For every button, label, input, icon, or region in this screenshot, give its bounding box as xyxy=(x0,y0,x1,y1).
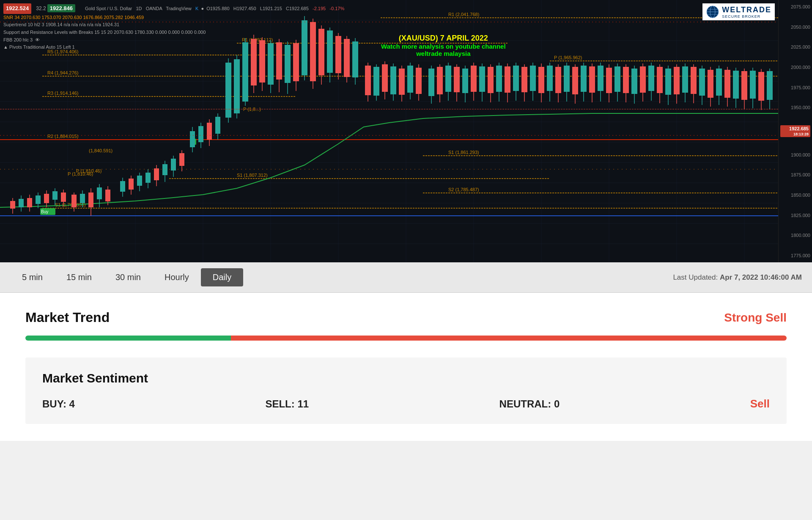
price-level-10: 1850.000 xyxy=(780,193,810,198)
tab-5min[interactable]: 5 min xyxy=(10,268,55,286)
svg-rect-85 xyxy=(154,168,159,180)
svg-rect-91 xyxy=(179,153,184,166)
svg-rect-176 xyxy=(538,67,544,93)
price-level-8: 1900.000 xyxy=(780,152,810,157)
svg-rect-226 xyxy=(750,71,756,99)
svg-rect-182 xyxy=(564,66,570,92)
tab-daily[interactable]: Daily xyxy=(201,268,243,286)
market-trend-title: Market Trend xyxy=(25,310,110,325)
svg-text:S2 (1,785.487): S2 (1,785.487) xyxy=(448,187,479,192)
svg-rect-89 xyxy=(171,159,176,171)
svg-rect-230 xyxy=(767,71,773,100)
price-level-6: 1950.000 xyxy=(780,105,810,110)
svg-rect-69 xyxy=(88,193,93,207)
price-badge: 1922.524 xyxy=(3,3,31,14)
svg-text:Buy: Buy xyxy=(41,209,48,214)
svg-rect-192 xyxy=(606,68,612,93)
globe-icon xyxy=(706,5,719,19)
svg-rect-208 xyxy=(674,67,680,94)
svg-rect-222 xyxy=(733,71,739,99)
weltrade-sub: SECURE BROKER xyxy=(722,14,771,19)
annotation-sub2: weltrade malaysia xyxy=(381,50,506,57)
price-level-4: 2000.000 xyxy=(780,65,810,70)
price-axis: 2075.000 2050.000 2025.000 2000.000 1975… xyxy=(778,0,812,262)
svg-rect-108 xyxy=(242,42,248,102)
svg-rect-216 xyxy=(708,70,713,98)
svg-rect-202 xyxy=(648,66,654,91)
market-sentiment-title: Market Sentiment xyxy=(42,371,770,385)
svg-text:R4 (1,944.276): R4 (1,944.276) xyxy=(47,70,78,75)
svg-rect-154 xyxy=(445,66,451,92)
svg-rect-138 xyxy=(373,67,379,96)
svg-rect-51 xyxy=(10,201,15,209)
sentiment-neutral: NEUTRAL: 0 xyxy=(499,398,560,410)
main-content: Market Trend Strong Sell Market Sentimen… xyxy=(0,293,812,441)
svg-rect-158 xyxy=(462,69,468,93)
svg-rect-65 xyxy=(71,195,77,207)
svg-text:R3 (1,914.146): R3 (1,914.146) xyxy=(47,91,78,96)
tab-hourly[interactable]: Hourly xyxy=(153,268,201,286)
svg-rect-160 xyxy=(471,66,477,92)
svg-rect-53 xyxy=(19,199,24,207)
svg-rect-190 xyxy=(598,66,604,91)
svg-text:S1 (1,807.312): S1 (1,807.312) xyxy=(237,173,268,178)
price-level-12: 1800.000 xyxy=(780,233,810,238)
sentiment-signal: Sell xyxy=(750,397,770,410)
tab-15min[interactable]: 15 min xyxy=(55,268,104,286)
svg-rect-95 xyxy=(190,131,195,147)
snr-row: SNR 34 2070.630 1753.070 2070.630 1676.8… xyxy=(3,14,344,22)
svg-rect-63 xyxy=(61,193,66,202)
svg-rect-194 xyxy=(614,66,620,92)
price-level-3: 2025.000 xyxy=(780,44,810,50)
price-level-5: 1975.000 xyxy=(780,85,810,90)
svg-rect-105 xyxy=(234,59,240,113)
tab-30min[interactable]: 30 min xyxy=(104,268,153,286)
supertrend-row: Supertrend 10 hl2 3 1908.14 n/a n/a n/a … xyxy=(3,21,344,29)
pivots-row: ▲ Pivots Traditional Auto 15 Left 1 xyxy=(3,44,344,51)
fbb-row: FBB 200 hlc 3 👁 xyxy=(3,36,344,44)
svg-rect-196 xyxy=(623,67,629,93)
trend-bar-buy xyxy=(25,336,231,341)
price-level-9: 1875.000 xyxy=(780,172,810,177)
svg-rect-67 xyxy=(80,194,85,203)
chart-symbol: Gold Spot / U.S. Dollar 1D OANDA Trading… xyxy=(85,6,344,11)
svg-text:P (1,965.962): P (1,965.962) xyxy=(554,55,582,60)
svg-rect-166 xyxy=(496,66,502,92)
svg-rect-212 xyxy=(691,67,697,94)
svg-rect-220 xyxy=(724,70,730,98)
svg-text:R1 (2,041.768): R1 (2,041.768) xyxy=(448,12,479,17)
svg-rect-224 xyxy=(741,71,747,100)
svg-rect-57 xyxy=(36,195,41,204)
svg-rect-140 xyxy=(382,64,388,92)
svg-rect-148 xyxy=(416,68,422,94)
svg-rect-73 xyxy=(105,190,110,201)
last-updated: Last Updated: Apr 7, 2022 10:46:00 AM xyxy=(673,273,802,282)
price-level-11: 1825.000 xyxy=(780,213,810,218)
svg-rect-81 xyxy=(137,176,142,186)
svg-text:S1 (1,861.293): S1 (1,861.293) xyxy=(448,150,479,155)
svg-text:(1,840.591): (1,840.591) xyxy=(89,148,112,153)
svg-rect-134 xyxy=(352,41,358,77)
svg-rect-186 xyxy=(581,66,587,92)
sentiment-sell: SELL: 11 xyxy=(265,398,309,410)
svg-rect-55 xyxy=(27,198,32,207)
svg-rect-101 xyxy=(215,117,220,134)
price-change: 32.2 xyxy=(36,6,46,11)
price-current: 1922.846 xyxy=(47,4,75,12)
market-trend-section: Market Trend Strong Sell xyxy=(25,310,787,325)
svg-rect-180 xyxy=(555,67,561,93)
svg-rect-178 xyxy=(547,66,553,91)
trend-bar-sell xyxy=(231,336,787,341)
svg-rect-168 xyxy=(505,66,510,93)
svg-rect-79 xyxy=(129,179,134,190)
chart-container: R1 (2,041.768) R1 (1,993.112) R5 (1,974.… xyxy=(0,0,812,262)
trend-bar xyxy=(25,336,787,341)
price-level-current: 1922.685 18:13:28 xyxy=(780,125,810,137)
price-level-2: 2050.000 xyxy=(780,25,810,30)
svg-rect-97 xyxy=(198,126,203,142)
weltrade-logo: WELTRADE SECURE BROKER xyxy=(702,3,775,20)
svg-rect-142 xyxy=(390,66,396,94)
chart-annotation: (XAU/USD) 7 APRIL 2022 Watch more analys… xyxy=(381,34,506,57)
svg-rect-59 xyxy=(44,194,49,203)
svg-rect-206 xyxy=(665,69,671,95)
